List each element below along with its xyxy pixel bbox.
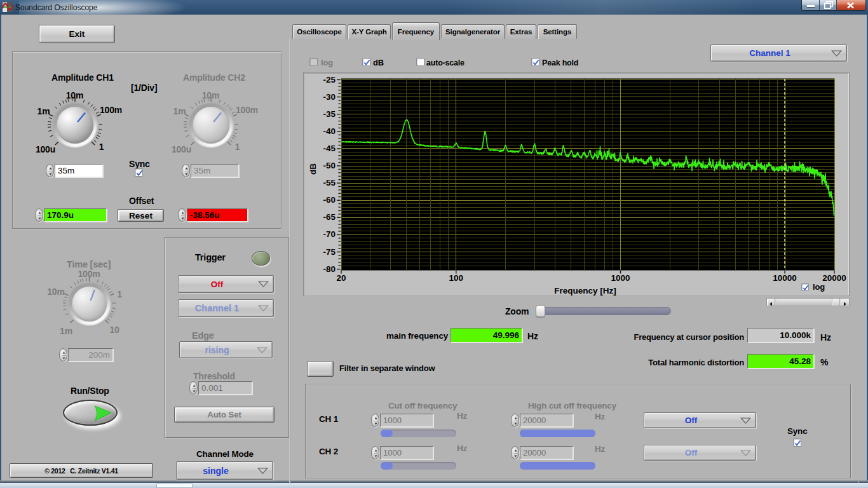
- svg-text:-80: -80: [323, 264, 336, 274]
- svg-text:10000: 10000: [773, 273, 797, 283]
- svg-text:100: 100: [449, 273, 464, 283]
- svg-text:-50: -50: [323, 161, 336, 170]
- svg-text:dB: dB: [308, 163, 318, 175]
- svg-text:-45: -45: [323, 144, 336, 153]
- svg-text:-40: -40: [323, 126, 336, 136]
- svg-text:-65: -65: [323, 212, 336, 222]
- svg-text:-55: -55: [323, 178, 336, 187]
- svg-text:-30: -30: [323, 92, 336, 102]
- svg-text:-25: -25: [323, 75, 336, 85]
- svg-text:20: 20: [336, 273, 346, 283]
- svg-text:-75: -75: [323, 247, 336, 257]
- svg-text:20000: 20000: [822, 273, 846, 283]
- svg-text:1000: 1000: [611, 273, 630, 283]
- svg-text:-60: -60: [323, 195, 336, 205]
- svg-text:-35: -35: [323, 109, 336, 119]
- svg-text:Frequency [Hz]: Frequency [Hz]: [554, 286, 616, 295]
- svg-text:-70: -70: [323, 229, 336, 239]
